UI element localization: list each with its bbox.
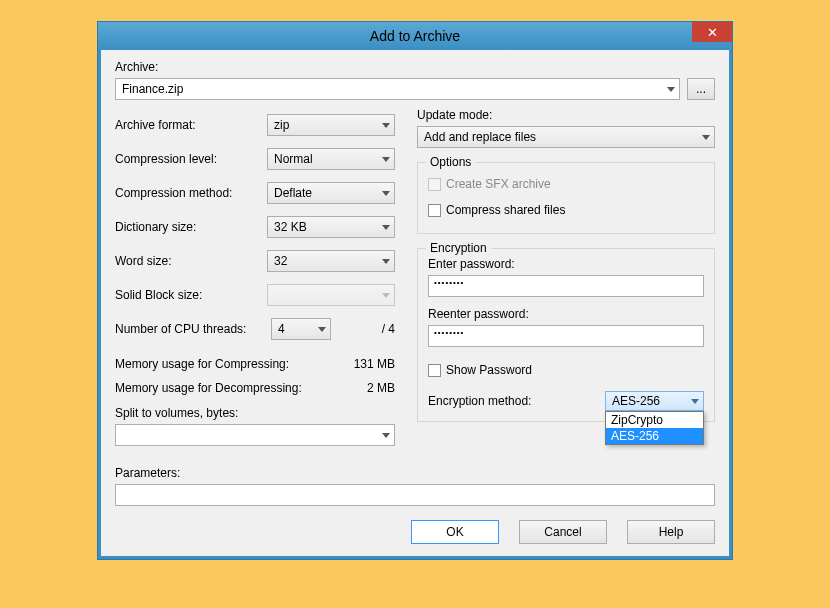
- enc-option-aes256[interactable]: AES-256: [606, 428, 703, 444]
- shared-checkbox[interactable]: [428, 204, 441, 217]
- dict-value: 32 KB: [274, 220, 307, 234]
- reenter-pw-label: Reenter password:: [428, 307, 704, 321]
- update-label: Update mode:: [417, 108, 715, 122]
- reenter-password-input[interactable]: ••••••••: [428, 325, 704, 347]
- split-label: Split to volumes, bytes:: [115, 406, 395, 420]
- reenter-password-mask: ••••••••: [434, 328, 464, 337]
- dict-select[interactable]: 32 KB: [267, 216, 395, 238]
- chevron-down-icon: [382, 191, 390, 196]
- encryption-group: Encryption Enter password: •••••••• Reen…: [417, 248, 715, 422]
- chevron-down-icon: [382, 259, 390, 264]
- ok-button[interactable]: OK: [411, 520, 499, 544]
- browse-button[interactable]: ...: [687, 78, 715, 100]
- browse-dots: ...: [696, 82, 706, 96]
- archive-value: Finance.zip: [122, 82, 183, 96]
- format-select[interactable]: zip: [267, 114, 395, 136]
- archive-label: Archive:: [115, 60, 715, 74]
- show-password-label: Show Password: [446, 363, 532, 377]
- shared-label: Compress shared files: [446, 203, 565, 217]
- format-value: zip: [274, 118, 289, 132]
- mem-decomp-value: 2 MB: [367, 381, 395, 395]
- encryption-legend: Encryption: [426, 241, 491, 255]
- cancel-button[interactable]: Cancel: [519, 520, 607, 544]
- threads-value: 4: [278, 322, 285, 336]
- enc-method-dropdown: ZipCrypto AES-256: [605, 411, 704, 445]
- word-label: Word size:: [115, 254, 171, 268]
- options-legend: Options: [426, 155, 475, 169]
- chevron-down-icon: [382, 433, 390, 438]
- chevron-down-icon: [382, 293, 390, 298]
- enc-method-select[interactable]: AES-256: [605, 391, 704, 411]
- dialog-window: Add to Archive ✕ Archive: Finance.zip ..…: [97, 21, 733, 560]
- chevron-down-icon: [382, 157, 390, 162]
- chevron-down-icon: [382, 225, 390, 230]
- threads-label: Number of CPU threads:: [115, 322, 246, 336]
- method-select[interactable]: Deflate: [267, 182, 395, 204]
- help-label: Help: [659, 525, 684, 539]
- chevron-down-icon: [702, 135, 710, 140]
- password-input[interactable]: ••••••••: [428, 275, 704, 297]
- show-password-checkbox[interactable]: [428, 364, 441, 377]
- params-label: Parameters:: [115, 466, 715, 480]
- help-button[interactable]: Help: [627, 520, 715, 544]
- format-label: Archive format:: [115, 118, 196, 132]
- ok-label: OK: [446, 525, 463, 539]
- archive-combo[interactable]: Finance.zip: [115, 78, 680, 100]
- solid-select: [267, 284, 395, 306]
- close-button[interactable]: ✕: [692, 22, 732, 42]
- level-select[interactable]: Normal: [267, 148, 395, 170]
- button-bar: OK Cancel Help: [115, 520, 715, 544]
- threads-total: / 4: [339, 322, 395, 336]
- level-value: Normal: [274, 152, 313, 166]
- sfx-checkbox: [428, 178, 441, 191]
- left-column: Archive format: zip Compression level: N…: [115, 108, 395, 446]
- method-value: Deflate: [274, 186, 312, 200]
- dialog-content: Archive: Finance.zip ... Archive format:…: [98, 50, 732, 559]
- sfx-label: Create SFX archive: [446, 177, 551, 191]
- cancel-label: Cancel: [544, 525, 581, 539]
- update-select[interactable]: Add and replace files: [417, 126, 715, 148]
- chevron-down-icon: [691, 399, 699, 404]
- mem-comp-label: Memory usage for Compressing:: [115, 357, 289, 371]
- params-input[interactable]: [115, 484, 715, 506]
- window-title: Add to Archive: [370, 28, 460, 44]
- mem-decomp-label: Memory usage for Decompressing:: [115, 381, 302, 395]
- word-select[interactable]: 32: [267, 250, 395, 272]
- titlebar[interactable]: Add to Archive ✕: [98, 22, 732, 50]
- enc-option-zipcrypto[interactable]: ZipCrypto: [606, 412, 703, 428]
- right-column: Update mode: Add and replace files Optio…: [417, 108, 715, 446]
- password-mask: ••••••••: [434, 278, 464, 287]
- threads-select[interactable]: 4: [271, 318, 331, 340]
- enter-pw-label: Enter password:: [428, 257, 704, 271]
- update-value: Add and replace files: [424, 130, 536, 144]
- chevron-down-icon: [382, 123, 390, 128]
- method-label: Compression method:: [115, 186, 232, 200]
- options-group: Options Create SFX archive Compress shar…: [417, 162, 715, 234]
- solid-label: Solid Block size:: [115, 288, 202, 302]
- dict-label: Dictionary size:: [115, 220, 196, 234]
- mem-comp-value: 131 MB: [354, 357, 395, 371]
- chevron-down-icon: [318, 327, 326, 332]
- chevron-down-icon: [667, 87, 675, 92]
- enc-method-label: Encryption method:: [428, 394, 531, 408]
- close-icon: ✕: [707, 25, 718, 40]
- enc-method-value: AES-256: [612, 394, 660, 408]
- word-value: 32: [274, 254, 287, 268]
- level-label: Compression level:: [115, 152, 217, 166]
- split-combo[interactable]: [115, 424, 395, 446]
